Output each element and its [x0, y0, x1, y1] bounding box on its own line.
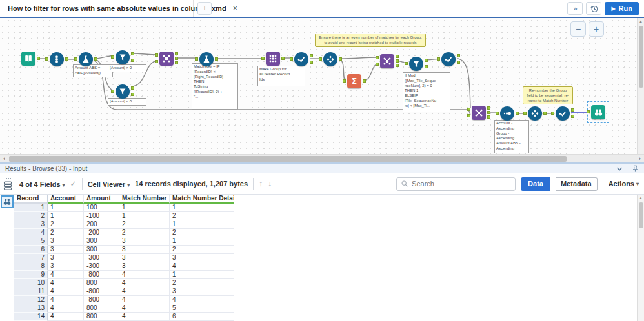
schedule-button[interactable] — [586, 2, 601, 15]
record-id-tool[interactable] — [50, 52, 64, 66]
table-cell[interactable]: -800 — [84, 287, 119, 296]
output-anchor[interactable] — [339, 57, 342, 61]
table-cell[interactable]: 4 — [48, 296, 84, 304]
row-number[interactable]: 12 — [14, 296, 48, 304]
table-cell[interactable]: -300 — [84, 254, 119, 262]
column-header[interactable]: Account — [48, 195, 84, 204]
row-number[interactable]: 4 — [14, 229, 48, 237]
input-anchor[interactable] — [467, 108, 470, 111]
scroll-left-icon[interactable]: ‹ — [0, 155, 8, 162]
input-anchor[interactable] — [437, 57, 440, 61]
table-cell[interactable]: 4 — [170, 262, 234, 271]
canvas-vertical-scrollbar[interactable]: ▲ — [637, 18, 644, 154]
table-cell[interactable]: 4 — [48, 304, 84, 313]
output-anchor[interactable] — [543, 112, 547, 115]
input-anchor[interactable] — [376, 63, 379, 66]
table-cell[interactable]: 5 — [170, 304, 234, 313]
input-anchor[interactable] — [343, 79, 346, 83]
table-cell[interactable]: 800 — [84, 313, 119, 321]
input-anchor[interactable] — [319, 57, 322, 61]
table-cell[interactable]: 1 — [48, 212, 84, 220]
canvas-hscroll-thumb[interactable] — [9, 156, 567, 162]
tool-annotation[interactable]: [Amount] > 0 — [108, 64, 146, 72]
workflow-canvas[interactable]: Ensure there is an even number of matche… — [0, 18, 644, 154]
search-input[interactable] — [412, 180, 508, 188]
join-tool[interactable] — [159, 52, 174, 66]
table-cell[interactable]: 4 — [48, 271, 84, 279]
input-anchor[interactable] — [45, 57, 48, 61]
table-cell[interactable]: 2 — [170, 279, 234, 287]
table-cell[interactable]: 300 — [84, 246, 119, 254]
next-record-button[interactable]: ↓ — [268, 179, 272, 188]
table-cell[interactable]: 1 — [170, 220, 234, 229]
overflow-button[interactable]: » — [567, 2, 583, 15]
output-anchor[interactable] — [571, 115, 574, 118]
comment-box[interactable]: Re-number the Group field to be sequenti… — [523, 86, 573, 104]
data-tab-button[interactable]: Data — [521, 177, 550, 191]
table-cell[interactable]: 3 — [48, 246, 84, 254]
table-cell[interactable]: 2 — [170, 229, 234, 237]
tool-annotation[interactable]: [Amount] < 0 — [108, 98, 146, 106]
unique-tool[interactable] — [441, 52, 456, 66]
table-cell[interactable]: 3 — [119, 262, 170, 271]
connection-wire[interactable] — [457, 59, 470, 108]
table-cell[interactable]: 200 — [84, 220, 119, 229]
sort-tool[interactable] — [500, 106, 514, 121]
output-anchor[interactable] — [425, 59, 428, 62]
close-tab-icon[interactable]: × — [233, 4, 237, 13]
output-anchor[interactable] — [487, 106, 490, 110]
row-number[interactable]: 8 — [14, 262, 48, 271]
input-anchor[interactable] — [587, 110, 590, 113]
filter-tool[interactable] — [116, 50, 130, 64]
table-cell[interactable]: 1 — [119, 204, 170, 212]
input-anchor[interactable] — [523, 112, 527, 115]
row-number[interactable]: 2 — [14, 212, 48, 220]
output-anchor[interactable] — [175, 52, 178, 55]
row-number[interactable]: 1 — [14, 204, 48, 212]
table-cell[interactable]: 1 — [48, 204, 84, 212]
table-cell[interactable]: 1 — [170, 237, 234, 246]
column-header[interactable]: Match Number Detail — [170, 195, 234, 204]
join-tool[interactable] — [472, 106, 486, 120]
input-anchor[interactable] — [111, 90, 114, 93]
output-anchor[interactable] — [571, 108, 574, 112]
unique-tool[interactable] — [294, 52, 308, 66]
table-cell[interactable]: 4 — [170, 296, 234, 304]
output-anchor[interactable] — [516, 112, 519, 115]
input-data-tool[interactable] — [21, 52, 35, 66]
output-anchor[interactable] — [65, 57, 68, 61]
output-anchor[interactable] — [487, 111, 490, 114]
table-cell[interactable]: 4 — [119, 279, 170, 287]
row-number[interactable]: 10 — [14, 279, 48, 287]
canvas-horizontal-scrollbar[interactable]: ‹ › — [0, 154, 644, 162]
output-anchor[interactable] — [363, 79, 366, 83]
tile-tool[interactable] — [528, 106, 542, 121]
make-group-tool[interactable] — [266, 52, 280, 66]
output-anchor[interactable] — [131, 59, 134, 62]
row-number[interactable]: 13 — [14, 304, 48, 313]
table-cell[interactable]: 3 — [48, 262, 84, 271]
table-cell[interactable]: 3 — [48, 254, 84, 262]
column-header[interactable]: Amount — [84, 195, 119, 204]
table-vscroll-thumb[interactable] — [639, 202, 643, 228]
input-anchor[interactable] — [467, 114, 470, 117]
input-anchor[interactable] — [111, 55, 114, 59]
filter-tool[interactable] — [116, 84, 130, 99]
scroll-up-icon[interactable]: ▲ — [638, 18, 644, 25]
input-anchor[interactable] — [405, 62, 408, 65]
table-cell[interactable]: 2 — [119, 229, 170, 237]
table-cell[interactable]: 300 — [84, 237, 119, 246]
table-cell[interactable]: 2 — [48, 229, 84, 237]
tool-annotation[interactable]: Make Group for all related Record Ids — [257, 66, 305, 86]
table-cell[interactable]: 4 — [119, 271, 170, 279]
scroll-right-icon[interactable]: › — [636, 155, 644, 162]
output-anchor[interactable] — [310, 61, 313, 64]
zoom-out-button[interactable]: − — [570, 21, 586, 37]
output-anchor[interactable] — [94, 57, 97, 61]
join-tool[interactable] — [380, 54, 394, 68]
input-anchor[interactable] — [155, 54, 158, 57]
formula-tool[interactable] — [79, 52, 93, 66]
table-vertical-scrollbar[interactable]: ▲ — [637, 195, 644, 321]
input-anchor[interactable] — [155, 60, 158, 63]
table-cell[interactable]: 4 — [48, 279, 84, 287]
